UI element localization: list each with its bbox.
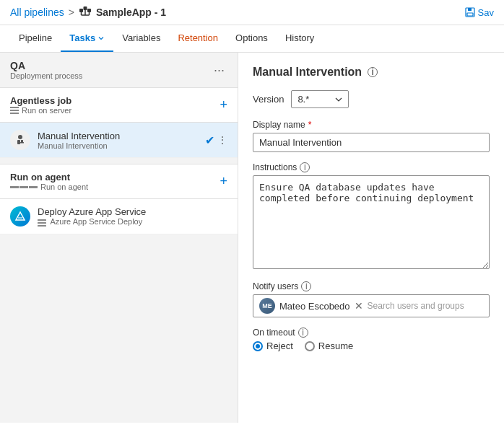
deploy-icon [38, 219, 46, 227]
tab-pipeline[interactable]: Pipeline [10, 25, 61, 52]
agentless-add-button[interactable]: + [220, 97, 227, 113]
deploy-azure-info: Deploy Azure App Service Azure App Servi… [38, 206, 227, 226]
version-label: Version [253, 94, 284, 105]
task-more-button[interactable]: ⋮ [217, 134, 227, 146]
manual-intervention-name: Manual Intervention [38, 131, 198, 141]
notify-users-label: Notify users i [253, 281, 490, 291]
run-on-agent-section: Run on agent Run on agent + [0, 164, 238, 234]
pipeline-name: SampleApp - 1 [96, 6, 166, 18]
right-panel: Manual Intervention i Version 8.* Displa… [238, 53, 504, 423]
chevron-down-icon [97, 35, 105, 42]
main-layout: QA Deployment process ··· Agentless job … [0, 53, 504, 423]
tab-history[interactable]: History [277, 25, 323, 52]
run-on-agent-subtitle: Run on agent [10, 183, 88, 191]
agentless-job-group: Agentless job Run on server + [0, 87, 238, 158]
display-name-field: Display name * [253, 120, 490, 152]
pipeline-icon [79, 6, 92, 19]
person-icon [14, 133, 27, 146]
instructions-label: Instructions i [253, 162, 490, 172]
svg-rect-1 [87, 9, 91, 12]
breadcrumb-separator: > [69, 6, 74, 18]
resume-radio[interactable]: Resume [305, 340, 353, 351]
azure-icon [14, 211, 26, 222]
user-avatar: ME [259, 298, 275, 314]
timeout-radio-group: Reject Resume [253, 340, 490, 351]
version-row: Version 8.* [253, 90, 490, 108]
tab-retention[interactable]: Retention [169, 25, 227, 52]
display-name-label: Display name * [253, 120, 490, 130]
display-name-input[interactable] [253, 133, 490, 152]
save-button[interactable]: Sav [465, 7, 494, 18]
version-dropdown[interactable]: 8.* [291, 90, 349, 108]
all-pipelines-link[interactable]: All pipelines [10, 6, 64, 18]
svg-rect-2 [83, 6, 87, 10]
reject-label: Reject [266, 340, 293, 351]
svg-rect-18 [38, 222, 46, 224]
manual-intervention-task[interactable]: Manual Intervention Manual Intervention … [0, 123, 238, 158]
tab-options[interactable]: Options [227, 25, 277, 52]
resume-label: Resume [318, 340, 353, 351]
save-icon [465, 7, 475, 17]
stage-title: QA [10, 60, 82, 71]
remove-user-button[interactable]: ✕ [355, 301, 363, 311]
on-timeout-field: On timeout i Reject Resume [253, 328, 490, 351]
title-info-icon[interactable]: i [368, 67, 378, 77]
svg-rect-0 [79, 9, 83, 12]
breadcrumb: All pipelines > SampleApp - 1 [10, 6, 166, 19]
instructions-field: Instructions i Ensure QA database update… [253, 162, 490, 271]
reject-radio[interactable]: Reject [253, 340, 293, 351]
run-on-agent-title: Run on agent [10, 172, 88, 183]
manual-intervention-info: Manual Intervention Manual Intervention [38, 131, 198, 150]
notify-users-input[interactable]: ME Mateo Escobedo ✕ Search users and gro… [253, 294, 490, 317]
user-name: Mateo Escobedo [279, 301, 350, 312]
svg-rect-17 [38, 219, 46, 221]
manual-intervention-actions: ✔ ⋮ [205, 133, 227, 147]
deploy-azure-name: Deploy Azure App Service [38, 206, 227, 217]
svg-rect-10 [467, 13, 473, 16]
server-icon [10, 107, 19, 114]
required-marker: * [308, 120, 312, 130]
agentless-job-subtitle: Run on server [10, 106, 71, 115]
run-on-agent-add-button[interactable]: + [220, 174, 227, 189]
deploy-azure-task[interactable]: Deploy Azure App Service Azure App Servi… [0, 199, 238, 234]
panel-title: Manual Intervention i [253, 66, 490, 79]
svg-rect-12 [17, 140, 20, 144]
svg-marker-15 [16, 212, 25, 220]
instructions-info-icon[interactable]: i [300, 162, 310, 172]
tab-variables[interactable]: Variables [113, 25, 169, 52]
agentless-job-header: Agentless job Run on server + [0, 87, 238, 123]
notify-users-field: Notify users i ME Mateo Escobedo ✕ Searc… [253, 281, 490, 317]
azure-task-icon [10, 206, 30, 227]
stage-subtitle: Deployment process [10, 71, 82, 80]
agentless-job-title: Agentless job [10, 95, 71, 106]
instructions-textarea[interactable]: Ensure QA database updates have complete… [253, 175, 490, 269]
deploy-azure-subtitle: Azure App Service Deploy [38, 217, 227, 226]
header-actions: Sav [465, 7, 494, 18]
stage-header: QA Deployment process ··· [0, 53, 238, 87]
manual-intervention-icon [10, 130, 30, 150]
resume-radio-circle [305, 341, 315, 351]
reject-radio-circle [253, 341, 263, 351]
check-icon: ✔ [205, 133, 214, 147]
run-on-agent-header: Run on agent Run on agent + [0, 164, 238, 199]
svg-rect-9 [468, 8, 472, 11]
notify-info-icon[interactable]: i [301, 281, 311, 291]
on-timeout-label: On timeout i [253, 328, 490, 338]
left-panel: QA Deployment process ··· Agentless job … [0, 53, 238, 423]
manual-intervention-subtitle: Manual Intervention [38, 141, 198, 150]
timeout-info-icon[interactable]: i [298, 328, 308, 338]
svg-point-11 [18, 135, 22, 139]
tab-tasks[interactable]: Tasks [61, 25, 113, 52]
svg-rect-19 [38, 225, 46, 227]
stage-more-button[interactable]: ··· [211, 61, 227, 79]
nav-tabs: Pipeline Tasks Variables Retention Optio… [0, 25, 504, 53]
chevron-down-icon [335, 97, 342, 102]
svg-rect-14 [20, 142, 24, 144]
search-users-placeholder: Search users and groups [368, 301, 464, 311]
